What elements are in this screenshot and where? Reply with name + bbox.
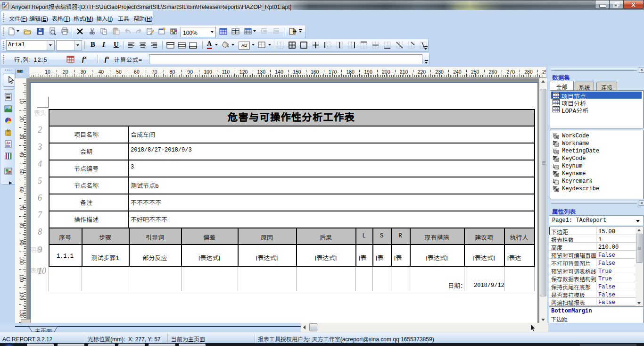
svg-text:?: ? <box>3 3 5 6</box>
svg-text:A: A <box>6 141 9 145</box>
